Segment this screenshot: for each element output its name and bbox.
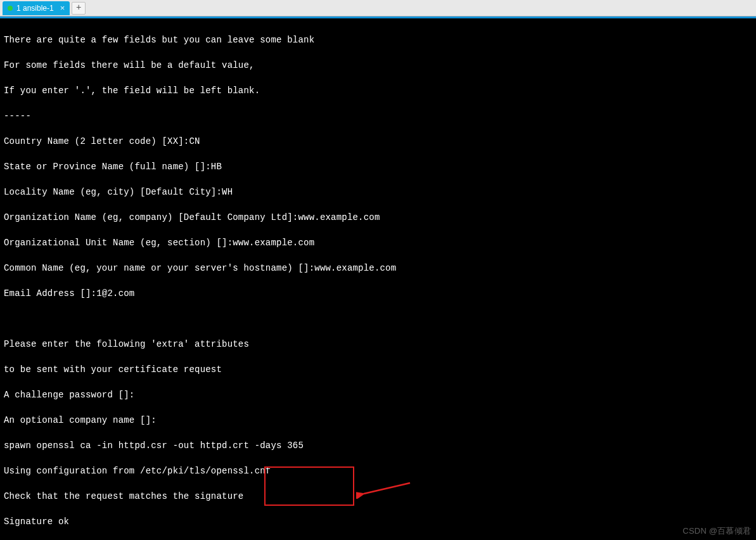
term-line: Organization Name (eg, company) [Default… bbox=[4, 212, 380, 222]
term-line: There are quite a few fields but you can… bbox=[4, 35, 314, 45]
term-line: State or Province Name (full name) []:HB bbox=[4, 162, 222, 172]
term-line: Check that the request matches the signa… bbox=[4, 491, 243, 501]
close-icon[interactable]: × bbox=[60, 3, 65, 13]
tab-bar: 1 ansible-1 × + bbox=[0, 0, 756, 16]
term-line: Organizational Unit Name (eg, section) [… bbox=[4, 238, 314, 248]
add-tab-button[interactable]: + bbox=[72, 2, 86, 15]
term-line: Signature ok bbox=[4, 517, 69, 527]
arrow-icon bbox=[356, 480, 413, 499]
term-line: An optional company name []: bbox=[4, 415, 157, 425]
svg-line-1 bbox=[364, 483, 410, 494]
term-line: Please enter the following 'extra' attri… bbox=[4, 339, 249, 349]
term-line: A challenge password []: bbox=[4, 390, 134, 400]
term-line: If you enter '.', the field will be left… bbox=[4, 86, 260, 96]
status-dot-icon bbox=[8, 6, 13, 11]
term-line: spawn openssl ca -in httpd.csr -out http… bbox=[4, 440, 304, 451]
term-line: Common Name (eg, your name or your serve… bbox=[4, 263, 396, 273]
term-line: Locality Name (eg, city) [Default City]:… bbox=[4, 187, 233, 197]
term-line: Using configuration from /etc/pki/tls/op… bbox=[4, 466, 271, 476]
tab-label: 1 ansible-1 bbox=[16, 4, 54, 13]
watermark: CSDN @百慕倾君 bbox=[682, 525, 751, 537]
terminal-output[interactable]: There are quite a few fields but you can… bbox=[0, 18, 756, 540]
term-line: Email Address []:1@2.com bbox=[4, 288, 134, 299]
highlight-box bbox=[264, 466, 354, 506]
term-line: ----- bbox=[4, 111, 31, 121]
term-line: to be sent with your certificate request bbox=[4, 364, 222, 375]
term-line: Country Name (2 letter code) [XX]:CN bbox=[4, 136, 200, 146]
tab-ansible-1[interactable]: 1 ansible-1 × bbox=[3, 1, 70, 15]
term-line: For some fields there will be a default … bbox=[4, 60, 255, 70]
